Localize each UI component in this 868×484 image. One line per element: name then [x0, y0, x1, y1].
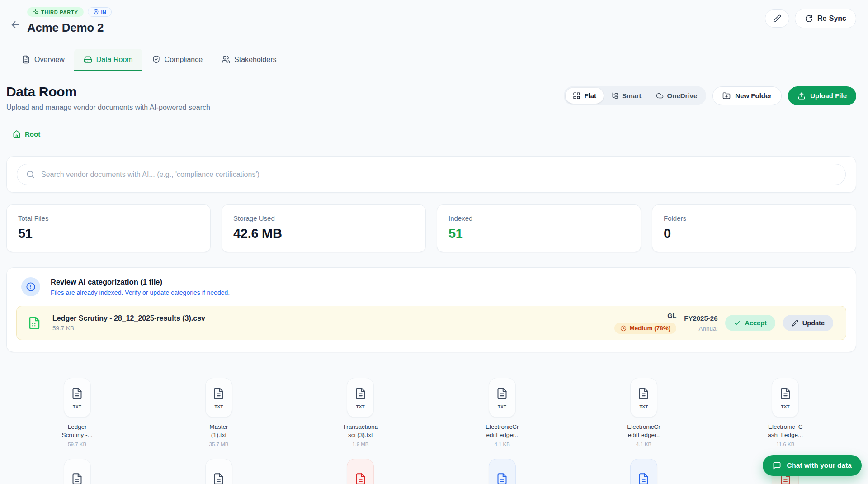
file-card[interactable]	[6, 459, 148, 484]
tab-stakeholders-label: Stakeholders	[234, 56, 276, 64]
stat-value: 51	[448, 226, 629, 241]
tab-overview-label: Overview	[34, 56, 65, 64]
breadcrumb-root[interactable]: Root	[13, 130, 856, 138]
view-toggle: Flat Smart OneDrive	[564, 86, 706, 105]
upload-file-button-label: Upload File	[810, 92, 847, 100]
tab-compliance-label: Compliance	[165, 56, 203, 64]
file-name: LedgerScrutiny -...	[62, 423, 93, 439]
view-option-flat[interactable]: Flat	[566, 88, 604, 104]
country-badge: IN	[88, 7, 112, 17]
tab-data-room[interactable]: Data Room	[74, 49, 142, 71]
stat-card-folders: Folders 0	[652, 204, 856, 252]
resync-button[interactable]: Re-Sync	[795, 9, 856, 28]
app-header: THIRD PARTY IN Acme Demo 2 Re-Sync	[0, 0, 868, 35]
file-card[interactable]: TXT Electronic_Cash_Ledge... 11.6 KB	[715, 378, 856, 447]
pencil-icon	[773, 14, 781, 23]
tree-icon	[611, 92, 618, 100]
home-icon	[13, 130, 21, 138]
stat-value: 42.6 MB	[233, 226, 414, 241]
file-size: 35.7 MB	[209, 441, 229, 447]
shield-check-icon	[152, 55, 160, 64]
confidence-badge-label: Medium (78%)	[630, 325, 671, 332]
stat-card-storage-used: Storage Used 42.6 MB	[222, 204, 426, 252]
review-subtitle: Files are already indexed. Verify or upd…	[51, 289, 230, 296]
stat-label: Total Files	[18, 214, 199, 222]
upload-icon	[797, 92, 806, 100]
pencil-icon	[792, 320, 798, 327]
stats-row: Total Files 51 Storage Used 42.6 MB Inde…	[6, 204, 856, 252]
file-size: 4.1 KB	[494, 441, 510, 447]
search-icon	[26, 170, 35, 179]
update-button-label: Update	[802, 319, 825, 327]
arrow-left-icon	[10, 19, 20, 30]
check-icon	[734, 320, 741, 327]
file-card[interactable]	[573, 459, 714, 484]
chat-with-data-button[interactable]: Chat with your data	[763, 455, 862, 476]
folder-plus-icon	[722, 92, 731, 100]
update-button[interactable]: Update	[783, 315, 833, 331]
page-subtitle: Upload and manage vendor documents with …	[6, 104, 210, 112]
tab-overview[interactable]: Overview	[12, 49, 74, 71]
file-grid: TXT LedgerScrutiny -... 59.7 KB TXT Mast…	[6, 378, 856, 484]
resync-button-label: Re-Sync	[817, 14, 846, 23]
tab-stakeholders[interactable]: Stakeholders	[212, 49, 286, 71]
confidence-badge: Medium (78%)	[614, 323, 677, 334]
stat-value: 0	[664, 226, 844, 241]
sparkles-icon	[33, 9, 38, 15]
txt-file-icon: TXT	[64, 378, 91, 418]
tab-compliance[interactable]: Compliance	[142, 49, 212, 71]
file-card[interactable]: TXT ElectronicCreditLedger.. 4.1 KB	[573, 378, 714, 447]
accept-button[interactable]: Accept	[725, 315, 775, 331]
search-input[interactable]	[17, 164, 846, 185]
stat-card-indexed: Indexed 51	[437, 204, 641, 252]
txt-file-icon: TXT	[630, 378, 657, 418]
view-option-onedrive[interactable]: OneDrive	[649, 88, 705, 104]
file-card[interactable]: TXT Master(1).txt 35.7 MB	[148, 378, 289, 447]
page-title: Data Room	[6, 84, 210, 100]
file-ext-label: TXT	[214, 404, 223, 409]
file-text-icon	[22, 55, 30, 64]
chat-with-data-button-label: Chat with your data	[787, 461, 852, 470]
review-categorization-card: Review AI categorization (1 file) Files …	[6, 267, 856, 352]
upload-file-button[interactable]: Upload File	[788, 86, 856, 105]
tab-bar: Overview Data Room Compliance Stakeholde…	[0, 49, 868, 71]
chat-bubble-icon	[773, 461, 781, 470]
refresh-icon	[805, 14, 813, 23]
back-button[interactable]	[10, 14, 20, 35]
country-badge-label: IN	[101, 9, 106, 15]
edit-button[interactable]	[765, 9, 789, 28]
file-size: 1.9 MB	[352, 441, 368, 447]
file-card[interactable]	[431, 459, 573, 484]
file-card[interactable]: TXT LedgerScrutiny -... 59.7 KB	[6, 378, 148, 447]
file-ext-label: TXT	[498, 404, 506, 409]
stat-label: Storage Used	[233, 214, 414, 222]
map-pin-icon	[93, 9, 99, 15]
file-card[interactable]	[148, 459, 289, 484]
new-folder-button-label: New Folder	[735, 92, 772, 100]
file-size: 11.6 KB	[776, 441, 794, 447]
hard-drive-icon	[84, 55, 92, 64]
file-card[interactable]: TXT Transactionasci (3).txt 1.9 MB	[290, 378, 431, 447]
review-file-name: Ledger Scrutiny - 28_12_2025-results (3)…	[52, 314, 205, 323]
badges: THIRD PARTY IN	[27, 7, 112, 17]
file-name: Electronic_Cash_Ledge...	[768, 423, 803, 439]
file-card[interactable]: TXT ElectronicCreditLedger.. 4.1 KB	[431, 378, 573, 447]
stat-card-total-files: Total Files 51	[6, 204, 211, 252]
fiscal-year-label: FY2025-26	[684, 314, 717, 322]
view-option-smart[interactable]: Smart	[604, 88, 649, 104]
file-name: Master(1).txt	[209, 423, 228, 439]
file-size: 59.7 KB	[68, 441, 86, 447]
tab-data-room-label: Data Room	[96, 56, 133, 64]
new-folder-button[interactable]: New Folder	[712, 86, 782, 105]
doc-file-icon	[489, 459, 516, 484]
accept-button-label: Accept	[745, 319, 766, 327]
txt-file-icon: TXT	[489, 378, 516, 418]
grid-icon	[573, 92, 580, 100]
doc-file-icon	[205, 459, 232, 484]
view-option-smart-label: Smart	[622, 92, 642, 100]
file-card[interactable]	[290, 459, 431, 484]
file-ext-label: TXT	[73, 404, 81, 409]
toolbar: Flat Smart OneDrive	[564, 86, 856, 105]
stat-label: Folders	[664, 214, 844, 222]
file-name: ElectronicCreditLedger..	[486, 423, 519, 439]
